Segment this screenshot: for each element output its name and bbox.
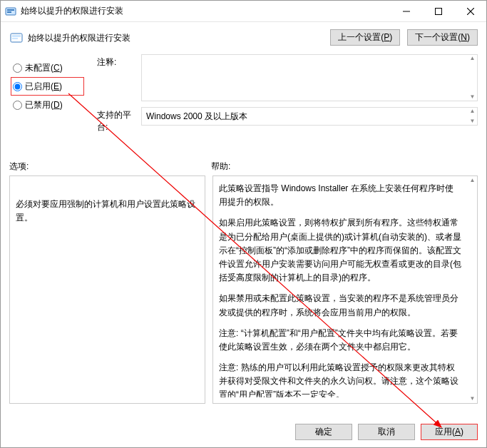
radio-not-configured-label: 未配置(C) <box>25 62 63 74</box>
close-button[interactable] <box>454 1 486 21</box>
help-heading: 帮助: <box>211 161 230 173</box>
help-paragraph: 如果启用此策略设置，则将特权扩展到所有程序。这些特权通常是为已分配给用户(桌面上… <box>219 216 461 285</box>
radio-disabled-input[interactable] <box>13 101 22 110</box>
svg-rect-9 <box>12 38 18 39</box>
next-setting-button[interactable]: 下一个设置(N) <box>407 29 478 46</box>
help-paragraph: 此策略设置指导 Windows Installer 在系统上安装任何程序时使用提… <box>219 182 461 209</box>
radio-not-configured[interactable]: 未配置(C) <box>13 58 91 77</box>
maximize-icon <box>435 8 442 15</box>
policy-icon <box>9 31 24 45</box>
cancel-button[interactable]: 取消 <box>358 424 415 440</box>
close-icon <box>467 8 474 15</box>
help-paragraph: 如果禁用或未配置此策略设置，当安装的程序不是系统管理员分发或提供的程序时，系统将… <box>219 292 461 319</box>
next-setting-label: 下一个设置(N) <box>415 31 470 44</box>
radio-enabled-input[interactable] <box>13 82 22 91</box>
svg-rect-4 <box>435 8 441 14</box>
radio-disabled[interactable]: 已禁用(D) <box>13 96 91 114</box>
svg-rect-2 <box>7 11 11 13</box>
previous-setting-label: 上一个设置(P) <box>338 31 392 44</box>
platform-value: Windows 2000 及以上版本 <box>146 111 247 123</box>
radio-enabled[interactable]: 已启用(E) <box>11 77 84 96</box>
options-pane: 必须对要应用强制的计算机和用户设置此策略设置。 <box>9 175 205 404</box>
svg-rect-8 <box>12 35 21 37</box>
radio-disabled-label: 已禁用(D) <box>25 99 63 111</box>
svg-rect-1 <box>7 9 14 11</box>
dialog-footer: 确定 取消 应用(A) <box>1 418 486 447</box>
platform-field: Windows 2000 及以上版本 ▲▼ <box>141 107 478 126</box>
radio-enabled-label: 已启用(E) <box>25 81 62 93</box>
comment-label: 注释: <box>97 54 141 101</box>
maximize-button[interactable] <box>422 1 454 21</box>
policy-title: 始终以提升的权限进行安装 <box>28 31 330 44</box>
previous-setting-button[interactable]: 上一个设置(P) <box>330 29 400 46</box>
platform-scrollbar[interactable]: ▲▼ <box>468 108 477 125</box>
titlebar: 始终以提升的权限进行安装 <box>1 1 486 22</box>
apply-button[interactable]: 应用(A) <box>421 424 478 440</box>
help-text: 此策略设置指导 Windows Installer 在系统上安装任何程序时使用提… <box>219 182 471 397</box>
ok-button[interactable]: 确定 <box>295 424 352 440</box>
help-pane: 此策略设置指导 Windows Installer 在系统上安装任何程序时使用提… <box>212 175 478 404</box>
header-row: 始终以提升的权限进行安装 上一个设置(P) 下一个设置(N) <box>1 22 486 54</box>
apply-label: 应用(A) <box>435 426 463 438</box>
comment-scrollbar[interactable]: ▲▼ <box>468 55 477 101</box>
cancel-label: 取消 <box>378 426 395 438</box>
app-icon <box>5 6 16 17</box>
minimize-icon <box>403 8 410 15</box>
policy-dialog: 始终以提升的权限进行安装 始终以提升的权限进行安装 上一个设置(P) 下一个设置… <box>0 0 487 448</box>
radio-not-configured-input[interactable] <box>13 63 22 73</box>
dialog-body: 未配置(C) 已启用(E) 已禁用(D) 注释: ▲▼ <box>1 54 486 418</box>
window-title: 始终以提升的权限进行安装 <box>21 5 390 17</box>
platform-label: 支持的平台: <box>97 107 141 133</box>
ok-label: 确定 <box>315 426 332 438</box>
help-paragraph: 注意: “计算机配置”和“用户配置”文件夹中均有此策略设置。若要使此策略设置生效… <box>219 327 461 354</box>
options-heading: 选项: <box>9 161 211 173</box>
comment-textarea[interactable]: ▲▼ <box>141 54 478 101</box>
help-paragraph: 注意: 熟练的用户可以利用此策略设置授予的权限来更改其特权并获得对受限文件和文件… <box>219 361 461 397</box>
minimize-button[interactable] <box>390 1 422 21</box>
help-scrollbar[interactable]: ▲▼ <box>468 176 477 403</box>
state-radiogroup: 未配置(C) 已启用(E) 已禁用(D) <box>9 54 91 139</box>
options-text: 必须对要应用强制的计算机和用户设置此策略设置。 <box>16 199 195 223</box>
